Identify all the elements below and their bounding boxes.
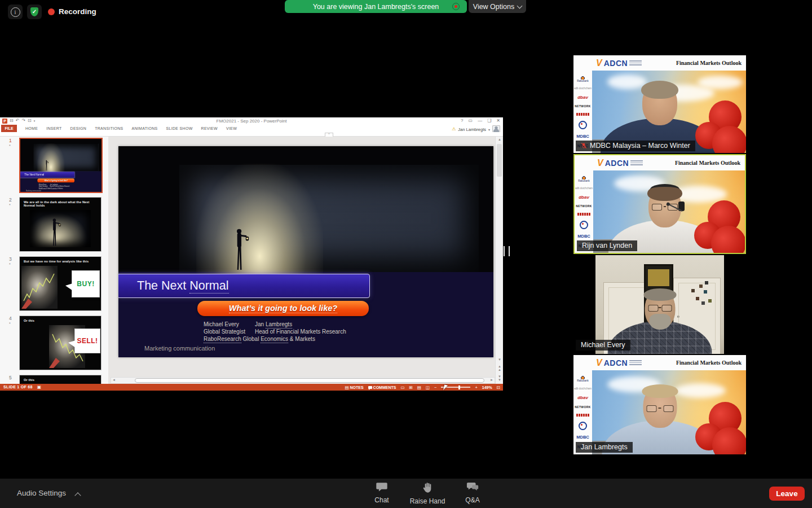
- slide-thumbnail-5[interactable]: Or this: [19, 375, 102, 384]
- slide-thumbnail-3[interactable]: But we have no time for analysis like th…: [19, 256, 102, 311]
- sponsor-logo: [576, 414, 590, 417]
- beard: [649, 314, 670, 330]
- chart-up-image: [21, 266, 58, 309]
- tab-file[interactable]: FILE: [1, 125, 17, 132]
- slide-thumbnail-panel: 1* The Next Norma: [0, 137, 109, 384]
- tab-animations[interactable]: ANIMATIONS: [132, 126, 158, 130]
- slide-title-box[interactable]: The Next Normal: [118, 274, 370, 298]
- tab-transitions[interactable]: TRANSITIONS: [95, 126, 123, 130]
- slide-thumbnail-1[interactable]: The Next Normal What’s it going to look …: [19, 138, 103, 193]
- screen-share-banner-text: You are viewing Jan Lambregts's screen: [313, 3, 439, 11]
- zoom-in-icon[interactable]: +: [475, 385, 477, 390]
- scroll-up-icon[interactable]: ▲: [496, 138, 503, 141]
- normal-view-icon[interactable]: ▭: [400, 385, 404, 390]
- slide-thumbnail-2[interactable]: We are all in the dark about what the Ne…: [19, 197, 102, 252]
- slide-canvas[interactable]: The Next Normal What’s it going to look …: [118, 146, 493, 357]
- lantern-man-silhouette: [233, 228, 250, 272]
- account-name: Jan Lambregts: [458, 127, 486, 132]
- leave-button[interactable]: Leave: [769, 487, 805, 501]
- chat-button[interactable]: Chat: [366, 482, 398, 504]
- zoom-slider-knob[interactable]: [458, 386, 460, 389]
- thumb-number-3: 3*: [9, 256, 17, 266]
- ribbon-collapsed-strip: ^: [0, 132, 503, 137]
- scroll-left-icon[interactable]: ◄: [112, 378, 116, 382]
- scroll-down-icon[interactable]: ▼: [496, 358, 503, 361]
- slide-1-mini: The Next Normal What’s it going to look …: [20, 139, 102, 193]
- fit-to-window-icon[interactable]: ⊡: [497, 385, 500, 390]
- window-title: FMO2021 - Sep 2020 - PowerPoint: [0, 119, 503, 124]
- reading-view-icon[interactable]: ▤: [417, 385, 421, 390]
- sponsor-badge: [579, 422, 587, 430]
- speaker2-name: Jan Lambregts: [255, 321, 292, 327]
- adcn-logo: VADCN: [597, 158, 643, 168]
- glasses: [648, 305, 672, 312]
- thumb-number-2: 2*: [9, 197, 17, 207]
- slide-subtitle-box[interactable]: What’s it going to look like?: [197, 301, 369, 316]
- thumb-number-4: 4*: [9, 316, 17, 326]
- view-options-button[interactable]: View Options: [469, 0, 526, 13]
- tab-slideshow[interactable]: SLIDE SHOW: [166, 126, 193, 130]
- info-icon: i: [11, 7, 20, 17]
- vertical-scroll-thumb[interactable]: [497, 144, 502, 177]
- account-caret-icon: ▾: [488, 128, 490, 132]
- comments-button[interactable]: COMMENTS: [368, 386, 396, 389]
- adcn-logo: VADCN: [596, 358, 642, 368]
- tab-review[interactable]: REVIEW: [201, 126, 218, 130]
- speaker1-name: Michael Every: [204, 321, 239, 327]
- notes-button[interactable]: ▤ NOTES: [345, 385, 363, 390]
- glasses: [646, 405, 673, 412]
- org-line: RaboResearch Global Economics & Markets: [204, 336, 315, 342]
- warning-icon: ⚠: [452, 127, 456, 132]
- slideshow-view-icon[interactable]: ◫: [426, 385, 430, 390]
- lantern-image: [30, 210, 91, 247]
- video-tile-jan-lambregts[interactable]: VADCN Financial Markets Outlook Rabobank…: [573, 355, 746, 454]
- ribbon-display-button[interactable]: ▭: [469, 118, 473, 123]
- slide-counter: SLIDE 1 OF 68: [3, 384, 33, 391]
- audio-settings-button[interactable]: Audio Settings: [17, 489, 66, 497]
- event-title: Financial Markets Outlook: [675, 160, 740, 166]
- animation-star-icon: *: [9, 262, 17, 266]
- speaker2-role: Head of Financial Markets Research: [255, 329, 346, 335]
- vertical-scrollbar[interactable]: ▲ ▼ ▲▲ ▼▼: [495, 137, 503, 384]
- minimize-button[interactable]: —: [478, 118, 482, 123]
- lantern-image: [118, 146, 493, 272]
- zoom-bottom-bar: Audio Settings Chat Raise Hand Q&A Leave: [0, 479, 812, 508]
- zoom-out-icon[interactable]: −: [434, 385, 436, 390]
- slide-editor-area[interactable]: The Next Normal What’s it going to look …: [108, 137, 503, 384]
- video-tile-rijn-van-lynden[interactable]: VADCN Financial Markets Outlook Rabobank…: [573, 154, 746, 254]
- shield-check-icon: ✓: [30, 7, 38, 16]
- tab-view[interactable]: VIEW: [226, 126, 237, 130]
- adcn-logo: VADCN: [596, 58, 642, 68]
- tab-home[interactable]: HOME: [25, 126, 38, 130]
- participant-name-tag: Michael Every: [576, 340, 630, 351]
- background-header: VADCN Financial Markets Outlook: [575, 155, 745, 170]
- tab-design[interactable]: DESIGN: [70, 126, 87, 130]
- audio-settings-caret[interactable]: [76, 491, 80, 498]
- slide-sorter-view-icon[interactable]: ⊞: [409, 385, 413, 390]
- help-button[interactable]: ?: [461, 118, 463, 123]
- horizontal-scrollbar[interactable]: ◄ ►: [111, 377, 495, 384]
- participant-name-tag: Jan Lambregts: [576, 442, 633, 453]
- marketing-footer: Marketing communication: [144, 345, 215, 352]
- qa-button[interactable]: Q&A: [457, 482, 488, 504]
- sidebar-resize-handle[interactable]: [504, 246, 510, 256]
- recording-dot-icon: [48, 8, 55, 15]
- close-button[interactable]: ✕: [496, 118, 500, 123]
- sell-callout: SELL!: [74, 329, 100, 353]
- meeting-info-button[interactable]: i: [8, 5, 23, 19]
- slide-subtitle: What’s it going to look like?: [229, 304, 337, 313]
- next-slide-button[interactable]: ▼▼: [496, 375, 503, 382]
- horizontal-scroll-thumb[interactable]: [135, 378, 484, 383]
- sponsor-badge: [579, 121, 587, 129]
- video-tile-marco-winter[interactable]: VADCN Financial Markets Outlook Rabobank…: [573, 55, 746, 153]
- view-options-label: View Options: [473, 3, 514, 11]
- previous-slide-button[interactable]: ▲▲: [496, 365, 503, 371]
- video-tile-michael-every[interactable]: Michael Every: [573, 255, 746, 354]
- tab-insert[interactable]: INSERT: [46, 126, 61, 130]
- security-button[interactable]: ✓: [27, 5, 42, 19]
- slide-thumbnail-4[interactable]: Or this SELL!: [19, 316, 102, 370]
- display-settings-icon[interactable]: ▣: [37, 384, 41, 391]
- restore-button[interactable]: ❑: [487, 118, 491, 123]
- scroll-right-icon[interactable]: ►: [490, 378, 493, 382]
- raise-hand-button[interactable]: Raise Hand: [403, 482, 452, 505]
